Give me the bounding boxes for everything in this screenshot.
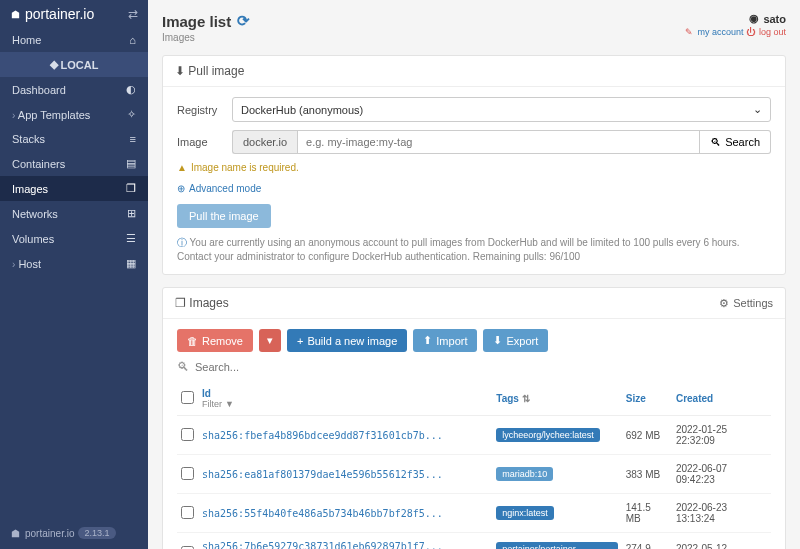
tag-badge: mariadb:10 (496, 467, 553, 481)
image-id-link[interactable]: sha256:ea81af801379dae14e596b55612f35... (202, 469, 443, 480)
search-button[interactable]: 🔍︎ Search (700, 130, 771, 154)
select-all-checkbox[interactable] (181, 391, 194, 404)
import-button[interactable]: ⬆ Import (413, 329, 477, 352)
registry-label: Registry (177, 104, 232, 116)
trash-icon: 🗑 (187, 335, 198, 347)
image-id-link[interactable]: sha256:55f4b40fe486a5b734b46bb7bf28f5... (202, 508, 443, 519)
sidebar-item-containers[interactable]: Containers ▤ (0, 151, 148, 176)
row-checkbox[interactable] (181, 506, 194, 519)
size-cell: 383 MB (622, 455, 672, 494)
settings-link[interactable]: ⚙ Settings (719, 297, 773, 310)
network-icon: ⊞ (127, 207, 136, 220)
sidebar-item-host[interactable]: › Host ▦ (0, 251, 148, 276)
chevron-right-icon: › (12, 259, 15, 270)
tag-badge: portainer/portainer-ce:latest (496, 542, 617, 550)
col-id[interactable]: Id Filter ▼ (198, 382, 492, 416)
container-icon: ▤ (126, 157, 136, 170)
sidebar-item-local[interactable]: ◆ LOCAL (0, 52, 148, 77)
volume-icon: ☰ (126, 232, 136, 245)
sidebar-item-app-templates[interactable]: › App Templates ✧ (0, 102, 148, 127)
table-row: sha256:55f4b40fe486a5b734b46bb7bf28f5...… (177, 494, 771, 533)
sidebar-item-stacks[interactable]: Stacks ≡ (0, 127, 148, 151)
globe-icon: ⊕ (177, 183, 185, 194)
remove-button[interactable]: 🗑 Remove (177, 329, 253, 352)
user-icon: ◉ (749, 12, 759, 25)
created-cell: 2022-06-23 13:13:24 (672, 494, 771, 533)
table-row: sha256:ea81af801379dae14e596b55612f35...… (177, 455, 771, 494)
sort-icon: ⇅ (522, 393, 530, 404)
warning-msg: ▲ Image name is required. (177, 162, 771, 173)
local-icon: ◆ (50, 58, 58, 71)
search-input[interactable] (195, 361, 771, 373)
col-created[interactable]: Created (672, 382, 771, 416)
host-icon: ▦ (126, 257, 136, 270)
created-cell: 2022-01-25 22:32:09 (672, 416, 771, 455)
main-content: Image list ⟳ Images ◉ sato ✎my account ⏻… (148, 0, 800, 549)
page-title: Image list ⟳ (162, 12, 250, 30)
image-id-link[interactable]: sha256:fbefa4b896bdcee9dd87f31601cb7b... (202, 430, 443, 441)
nav: Home ⌂ ◆ LOCAL Dashboard ◐ › App Templat… (0, 28, 148, 517)
created-cell: 2022-06-07 09:42:23 (672, 455, 771, 494)
info-message: ⓘ You are currently using an anonymous a… (177, 236, 771, 264)
row-checkbox[interactable] (181, 428, 194, 441)
logout-link[interactable]: log out (759, 27, 786, 37)
chevron-right-icon: › (12, 110, 15, 121)
edit-icon: ✎ (685, 27, 693, 37)
refresh-icon[interactable]: ⟳ (237, 12, 250, 30)
portainer-icon (10, 528, 21, 539)
sidebar-item-volumes[interactable]: Volumes ☰ (0, 226, 148, 251)
version-badge: 2.13.1 (78, 527, 115, 539)
advanced-mode-link[interactable]: ⊕ Advanced mode (177, 183, 771, 194)
image-label: Image (177, 136, 232, 148)
chevron-down-icon: ⌄ (753, 103, 762, 116)
table-row: sha256:7b6e59279c38731d61eb692897b1f7...… (177, 533, 771, 550)
download-icon: ⬇ (175, 64, 185, 78)
sidebar-footer: portainer.io 2.13.1 (0, 517, 148, 549)
brand-logo[interactable]: portainer.io (10, 6, 94, 22)
image-icon: ❐ (126, 182, 136, 195)
images-icon: ❐ (175, 296, 186, 310)
breadcrumb: Images (162, 32, 250, 43)
swap-icon[interactable]: ⇄ (128, 7, 138, 21)
sidebar-item-home[interactable]: Home ⌂ (0, 28, 148, 52)
images-panel: ❐ Images ⚙ Settings 🗑 Remove ▾ + Build a… (162, 287, 786, 549)
build-image-button[interactable]: + Build a new image (287, 329, 407, 352)
user-menu[interactable]: ◉ sato (685, 12, 786, 25)
col-tags[interactable]: Tags ⇅ (492, 382, 621, 416)
info-icon: ⓘ (177, 237, 187, 248)
created-cell: 2022-05-12 10:57:57 (672, 533, 771, 550)
search-icon: 🔍︎ (710, 136, 721, 148)
size-cell: 692 MB (622, 416, 672, 455)
image-input[interactable] (297, 130, 700, 154)
col-size[interactable]: Size (622, 382, 672, 416)
remove-dropdown[interactable]: ▾ (259, 329, 281, 352)
row-checkbox[interactable] (181, 467, 194, 480)
export-button[interactable]: ⬇ Export (483, 329, 548, 352)
stack-icon: ≡ (130, 133, 136, 145)
table-row: sha256:fbefa4b896bdcee9dd87f31601cb7b...… (177, 416, 771, 455)
sidebar-item-networks[interactable]: Networks ⊞ (0, 201, 148, 226)
logout-icon: ⏻ (746, 27, 755, 37)
plus-icon: + (297, 335, 303, 347)
tag-badge: nginx:latest (496, 506, 554, 520)
filter-icon: ▼ (225, 399, 234, 409)
brand-text: portainer.io (25, 6, 94, 22)
download-icon: ⬇ (493, 334, 502, 347)
images-table: Id Filter ▼ Tags ⇅ Size Created sha256:f… (177, 382, 771, 549)
size-cell: 274.9 MB (622, 533, 672, 550)
portainer-icon (10, 9, 21, 20)
search-icon: 🔍︎ (177, 360, 189, 374)
my-account-link[interactable]: my account (697, 27, 743, 37)
registry-select[interactable]: DockerHub (anonymous) ⌄ (232, 97, 771, 122)
gauge-icon: ◐ (126, 83, 136, 96)
sidebar-item-images[interactable]: Images ❐ (0, 176, 148, 201)
image-prefix: docker.io (232, 130, 297, 154)
size-cell: 141.5 MB (622, 494, 672, 533)
sidebar-item-dashboard[interactable]: Dashboard ◐ (0, 77, 148, 102)
image-id-link[interactable]: sha256:7b6e59279c38731d61eb692897b1f7... (202, 541, 443, 549)
tag-badge: lycheeorg/lychee:latest (496, 428, 600, 442)
sidebar: portainer.io ⇄ Home ⌂ ◆ LOCAL Dashboard … (0, 0, 148, 549)
home-icon: ⌂ (129, 34, 136, 46)
pull-image-button[interactable]: Pull the image (177, 204, 271, 228)
pull-image-panel: ⬇ Pull image Registry DockerHub (anonymo… (162, 55, 786, 275)
